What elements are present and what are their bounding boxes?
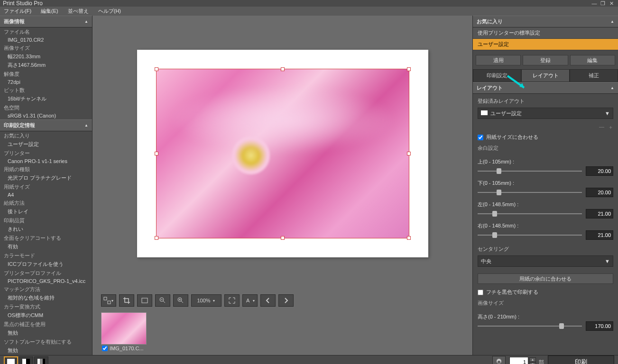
margin-right-label: 右(0 - 148.5mm) :	[478, 222, 613, 229]
right-panel: お気に入り ▲ 使用プリンターの標準設定 ユーザー設定 適用 登録 編集 印刷設…	[472, 16, 618, 355]
thumbnail-item[interactable]: IMG_0170.C...	[101, 312, 148, 352]
fit-window-button[interactable]	[137, 294, 152, 307]
settings-button[interactable]	[492, 356, 506, 364]
svg-rect-2	[142, 298, 148, 303]
preview-toolbar: ▼ 100% ▼ A▼	[92, 291, 472, 309]
thumbnail-filename: IMG_0170.C...	[110, 346, 144, 351]
collapse-icon: ▲	[84, 19, 88, 24]
titlebar: Print Studio Pro — ❐ ✕	[0, 0, 618, 7]
fit-margins-button[interactable]: 用紙の余白に合わせる	[478, 273, 613, 284]
margin-left-slider[interactable]	[478, 210, 582, 218]
resolution-label: 解像度	[0, 70, 92, 79]
menu-sort[interactable]: 並べ替え	[66, 7, 91, 16]
preview-image	[157, 69, 409, 238]
margin-bottom-slider[interactable]	[478, 189, 582, 196]
margin-header-label: 余白設定	[478, 145, 613, 152]
menu-edit[interactable]: 編集(E)	[39, 7, 60, 16]
crop-handle-bc[interactable]	[281, 236, 285, 240]
margin-bottom-label: 下(0 - 105mm) :	[478, 180, 613, 187]
zoom-level-dropdown[interactable]: 100% ▼	[191, 294, 221, 307]
edit-button[interactable]: 編集	[570, 55, 615, 65]
menu-file[interactable]: ファイル(F)	[2, 7, 33, 16]
resolution-value: 72dpi	[0, 79, 92, 86]
collapse-icon: ▲	[84, 123, 88, 127]
apply-button[interactable]: 適用	[476, 55, 521, 65]
layout-section-label: レイアウト	[477, 84, 503, 91]
crop-handle-tl[interactable]	[155, 67, 158, 71]
favorite-item-default[interactable]: 使用プリンターの標準設定	[473, 27, 618, 39]
tab-print-settings[interactable]: 印刷設定	[473, 69, 521, 82]
chevron-down-icon: ▼	[605, 258, 610, 264]
copies-down-button[interactable]: ▼	[529, 362, 536, 364]
source-value: 後トレイ	[0, 208, 92, 216]
layout-section-header[interactable]: レイアウト ▲	[473, 82, 618, 94]
minimize-button[interactable]: —	[590, 0, 598, 7]
bit-depth-value: 16bit/チャンネル	[0, 95, 92, 103]
img-height-input[interactable]	[586, 321, 613, 331]
crop-handle-tr[interactable]	[407, 67, 411, 71]
margin-top-label: 上(0 - 105mm) :	[478, 158, 613, 165]
add-layout-button[interactable]: ＋	[608, 124, 613, 131]
collapse-icon: ▲	[610, 19, 614, 24]
crop-handle-mr[interactable]	[407, 152, 411, 155]
crop-tool-button[interactable]	[119, 294, 134, 307]
margin-left-label: 左(0 - 148.5mm) :	[478, 201, 613, 208]
crop-handle-ml[interactable]	[155, 152, 158, 155]
crop-handle-br[interactable]	[407, 236, 411, 240]
centering-dropdown[interactable]: 中央 ▼	[478, 255, 613, 267]
print-info-header[interactable]: 印刷設定情報 ▲	[0, 119, 92, 131]
text-tool-button[interactable]: A▼	[242, 294, 258, 307]
image-info-header[interactable]: 画像情報 ▲	[0, 16, 92, 27]
fullscreen-button[interactable]	[224, 294, 240, 307]
zoom-in-button[interactable]	[173, 294, 188, 307]
conversion-value: OS標準のCMM	[0, 311, 92, 320]
margin-bottom-input[interactable]	[586, 188, 613, 197]
file-name-label: ファイル名	[0, 27, 92, 36]
clearcoat-value: 有効	[0, 243, 92, 251]
crop-handle-tc[interactable]	[281, 67, 285, 71]
image-info-label: 画像情報	[4, 18, 25, 25]
paper-preview[interactable]	[137, 50, 428, 257]
crop-handle-bl[interactable]	[155, 236, 158, 240]
maximize-button[interactable]: ❐	[599, 0, 607, 7]
thumbnails-strip: IMG_0170.C...	[92, 309, 472, 355]
prev-button[interactable]	[260, 294, 276, 307]
close-button[interactable]: ✕	[608, 0, 615, 7]
black-border-checkbox[interactable]	[478, 290, 483, 295]
next-button[interactable]	[278, 294, 294, 307]
profile-label: プリンタープロファイル	[0, 269, 92, 278]
margin-right-slider[interactable]	[478, 231, 582, 239]
fit-paper-checkbox[interactable]	[478, 135, 483, 140]
layout-dropdown[interactable]: ユーザー設定 ▼	[478, 108, 613, 119]
view-mode-triple[interactable]	[34, 356, 48, 364]
margin-top-slider[interactable]	[478, 167, 582, 175]
tab-layout[interactable]: レイアウト	[521, 69, 570, 82]
menu-help[interactable]: ヘルプ(H)	[96, 7, 123, 16]
img-height-slider[interactable]	[478, 322, 582, 330]
colorspace-value: sRGB v1.31 (Canon)	[0, 112, 92, 119]
layout-tool-button[interactable]: ▼	[101, 294, 116, 307]
thumbnail-image	[101, 312, 147, 345]
view-mode-split[interactable]	[19, 356, 33, 364]
margin-right-input[interactable]	[586, 230, 613, 240]
profile-value: PICTORICO_GKS_PRO-1_v4.icc	[0, 278, 92, 285]
colormode-label: カラーモード	[0, 251, 92, 260]
crop-box[interactable]	[156, 69, 409, 238]
margin-top-input[interactable]	[586, 166, 613, 176]
copies-up-button[interactable]: ▲	[529, 357, 536, 362]
print-button[interactable]: 印刷	[548, 355, 614, 364]
favorites-header[interactable]: お気に入り ▲	[473, 16, 618, 27]
center-area: ▼ 100% ▼ A▼ IMG_0170.C...	[92, 16, 472, 355]
remove-layout-button[interactable]: —	[599, 124, 604, 131]
favorite-item-user[interactable]: ユーザー設定	[473, 39, 618, 50]
view-mode-single[interactable]	[4, 356, 18, 364]
svg-text:A: A	[246, 298, 250, 303]
width-value: 幅2201.33mm	[0, 53, 92, 61]
copies-input[interactable]	[509, 357, 528, 364]
margin-left-input[interactable]	[586, 209, 613, 218]
thumbnail-checkbox[interactable]	[102, 346, 108, 351]
register-button[interactable]: 登録	[523, 55, 568, 65]
height-value: 高さ1467.56mm	[0, 61, 92, 70]
tab-correction[interactable]: 補正	[570, 69, 618, 82]
zoom-out-button[interactable]	[155, 294, 170, 307]
